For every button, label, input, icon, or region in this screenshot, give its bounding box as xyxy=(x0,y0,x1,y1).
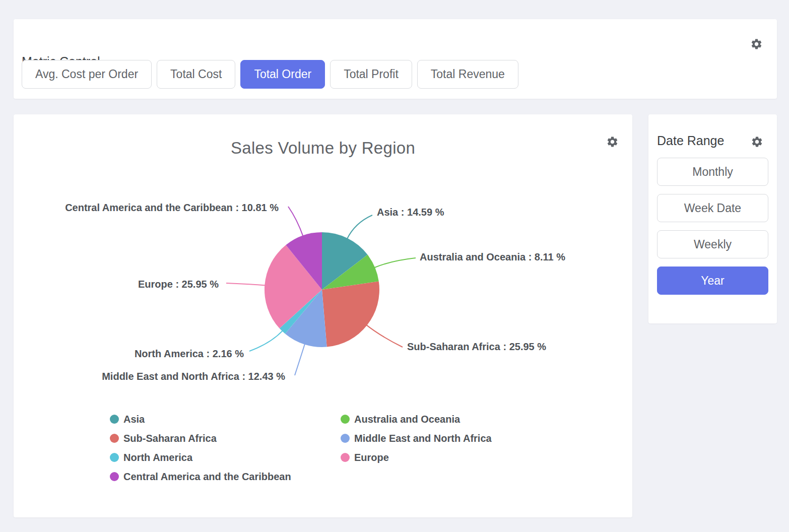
legend-dot-australia-and-oceania xyxy=(341,415,350,424)
legend-label-north-america: North America xyxy=(123,452,192,463)
legend-item-europe[interactable]: Europe xyxy=(341,452,492,463)
legend-dot-sub-saharan-africa xyxy=(110,434,119,443)
label-line-sub-saharan-africa xyxy=(366,325,403,347)
label-line-middle-east-and-north-africa xyxy=(295,344,305,375)
slice-label-north-america: North America : 2.16 % xyxy=(135,347,244,361)
date-range-title: Date Range xyxy=(657,134,724,148)
slice-label-asia: Asia : 14.59 % xyxy=(377,205,444,219)
legend-item-australia-and-oceania[interactable]: Australia and Oceania xyxy=(341,414,492,425)
legend-item-middle-east-and-north-africa[interactable]: Middle East and North Africa xyxy=(341,433,492,444)
slice-label-middle-east-and-north-africa: Middle East and North Africa : 12.43 % xyxy=(102,369,285,383)
metric-button-total-profit[interactable]: Total Profit xyxy=(330,60,412,89)
date-range-button-week-date[interactable]: Week Date xyxy=(657,194,768,222)
metric-control-panel: Metric Control Avg. Cost per OrderTotal … xyxy=(14,19,777,99)
legend-label-middle-east-and-north-africa: Middle East and North Africa xyxy=(354,433,492,444)
legend-item-asia[interactable]: Asia xyxy=(110,414,341,425)
slice-label-sub-saharan-africa: Sub-Saharan Africa : 25.95 % xyxy=(407,340,546,354)
legend-dot-north-america xyxy=(110,453,119,462)
date-range-button-group: MonthlyWeek DateWeeklyYear xyxy=(657,158,768,295)
pie-slice-sub-saharan-africa[interactable] xyxy=(322,282,379,347)
slice-label-europe: Europe : 25.95 % xyxy=(138,277,219,291)
legend-label-sub-saharan-africa: Sub-Saharan Africa xyxy=(123,433,217,444)
legend-label-europe: Europe xyxy=(354,452,389,463)
metric-button-avg-cost-per-order[interactable]: Avg. Cost per Order xyxy=(22,60,152,89)
label-line-central-america-and-the-caribbean xyxy=(288,207,303,236)
legend-label-australia-and-oceania: Australia and Oceania xyxy=(354,414,460,425)
date-range-button-year[interactable]: Year xyxy=(657,267,768,295)
metric-button-total-revenue[interactable]: Total Revenue xyxy=(417,60,518,89)
date-range-button-monthly[interactable]: Monthly xyxy=(657,158,768,186)
slice-label-australia-and-oceania: Australia and Oceania : 8.11 % xyxy=(420,250,565,264)
metric-button-total-cost[interactable]: Total Cost xyxy=(157,60,235,89)
legend-item-sub-saharan-africa[interactable]: Sub-Saharan Africa xyxy=(110,433,341,444)
label-line-europe xyxy=(226,283,266,286)
label-line-australia-and-oceania xyxy=(374,258,416,268)
legend-dot-europe xyxy=(341,453,350,462)
metric-settings-gear-icon[interactable] xyxy=(750,38,763,50)
legend-dot-middle-east-and-north-africa xyxy=(341,434,350,443)
legend-dot-central-america-and-the-caribbean xyxy=(110,472,119,481)
legend-item-north-america[interactable]: North America xyxy=(110,452,341,463)
legend-dot-asia xyxy=(110,415,119,424)
slice-label-central-america-and-the-caribbean: Central America and the Caribbean : 10.8… xyxy=(65,201,279,215)
date-range-panel: Date Range MonthlyWeek DateWeeklyYear xyxy=(648,114,777,323)
date-range-button-weekly[interactable]: Weekly xyxy=(657,230,768,258)
date-range-settings-gear-icon[interactable] xyxy=(751,136,763,148)
legend-label-asia: Asia xyxy=(123,414,145,425)
chart-legend: AsiaAustralia and OceaniaSub-Saharan Afr… xyxy=(110,410,492,486)
metric-button-group: Avg. Cost per OrderTotal CostTotal Order… xyxy=(22,60,518,89)
label-line-north-america xyxy=(249,330,283,351)
metric-button-total-order[interactable]: Total Order xyxy=(240,60,325,89)
sales-volume-chart-card: Sales Volume by Region Asia : 14.59 %Aus… xyxy=(14,114,632,517)
legend-item-central-america-and-the-caribbean[interactable]: Central America and the Caribbean xyxy=(110,471,341,483)
legend-label-central-america-and-the-caribbean: Central America and the Caribbean xyxy=(123,471,291,483)
label-line-asia xyxy=(347,215,372,239)
